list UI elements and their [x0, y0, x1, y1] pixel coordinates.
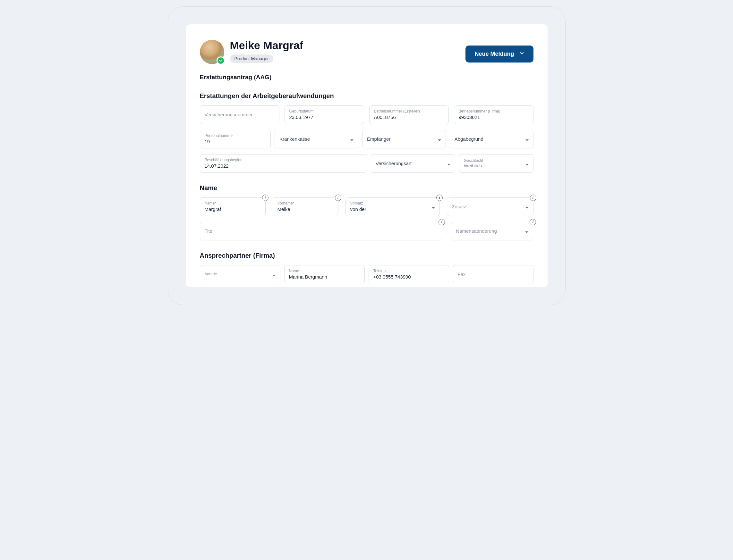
- geburtsdatum-input[interactable]: Geburtsdatum 23.03.1977: [284, 105, 364, 124]
- versicherungsart-label: Versicherungsart: [376, 161, 451, 166]
- vorname-value: Meike: [277, 206, 333, 213]
- section2-heading: Name: [200, 184, 534, 192]
- form-card: Meike Margraf Product Manager Neue Meldu…: [186, 24, 548, 287]
- section2-row1: Name* Margraf i Vorname* Meike i Vorsatz…: [200, 197, 534, 216]
- beschaeftigungsbeginn-input[interactable]: Beschäftigungsbeginn 14.07.2022: [200, 154, 367, 173]
- personalnummer-value: 19: [205, 138, 266, 145]
- section1-row1: Versicherungsnummer Geburtsdatum 23.03.1…: [200, 105, 534, 124]
- info-icon[interactable]: i: [436, 195, 443, 201]
- telefon-label: Telefon: [374, 269, 444, 273]
- neue-meldung-label: Neue Meldung: [475, 51, 514, 57]
- geburtsdatum-value: 23.03.1977: [289, 114, 359, 121]
- beschaeftigungsbeginn-value: 14.07.2022: [205, 163, 362, 169]
- empfaenger-label: Empfänger: [367, 136, 441, 142]
- section1-row3: Beschäftigungsbeginn 14.07.2022 Versiche…: [200, 154, 534, 173]
- info-icon[interactable]: i: [530, 195, 536, 201]
- versicherungsnummer-placeholder: Versicherungsnummer: [205, 112, 274, 117]
- krankenkasse-select[interactable]: Krankenkasse: [274, 130, 358, 148]
- chevron-down-icon: [519, 51, 525, 57]
- name-label: Name*: [205, 201, 261, 205]
- info-icon[interactable]: i: [439, 219, 445, 225]
- beschaeftigungsbeginn-label: Beschäftigungsbeginn: [205, 158, 362, 162]
- geschlecht-select[interactable]: Geschlecht Weiblich: [459, 154, 534, 173]
- header-row: Meike Margraf Product Manager Neue Meldu…: [200, 40, 534, 64]
- abgabegrund-select[interactable]: Abgabegrund: [450, 130, 534, 148]
- krankenkasse-label: Krankenkasse: [279, 136, 353, 142]
- name-input[interactable]: Name* Margraf i: [200, 197, 265, 216]
- person-block: Meike Margraf Product Manager: [200, 40, 303, 64]
- fax-placeholder: Fax: [458, 272, 529, 277]
- geschlecht-label: Geschlecht: [464, 158, 529, 163]
- name-value: Margraf: [205, 206, 261, 213]
- ansprechpartner-name-input[interactable]: Name Marina Bergmann: [284, 265, 365, 284]
- betriebsnummer-firma-label: Betriebsnummer (Firma): [459, 109, 529, 113]
- versicherungsart-select[interactable]: Versicherungsart: [371, 154, 455, 173]
- section1-row2: Personalnummer 19 Krankenkasse Empfänger…: [200, 130, 534, 148]
- betriebsnummer-firma-value: 99303021: [459, 114, 529, 121]
- avatar-wrap: [200, 40, 224, 64]
- betriebsnummer-ersteller-value: A0018756: [374, 114, 444, 121]
- vorname-input[interactable]: Vorname* Meike i: [273, 197, 338, 216]
- vorsatz-select[interactable]: Vorsatz von der i: [345, 197, 440, 216]
- section3-row1: Anrede Name Marina Bergmann Telefon +03 …: [200, 265, 534, 284]
- namensaenderung-label: Namensaenderung: [456, 228, 528, 234]
- zusatz-label: Zusatz: [452, 204, 528, 209]
- ansprechpartner-name-value: Marina Bergmann: [289, 274, 360, 280]
- betriebsnummer-ersteller-input[interactable]: Betriebsnummer (Ersteller) A0018756: [369, 105, 449, 124]
- abgabegrund-label: Abgabegrund: [455, 136, 529, 142]
- zusatz-select[interactable]: Zusatz i: [447, 197, 533, 216]
- ansprechpartner-name-label: Name: [289, 269, 360, 273]
- vorsatz-value: von der: [350, 206, 435, 213]
- titel-placeholder: Titel: [205, 228, 438, 234]
- neue-meldung-button[interactable]: Neue Meldung: [466, 46, 533, 63]
- betriebsnummer-firma-input[interactable]: Betriebsnummer (Firma) 99303021: [454, 105, 534, 124]
- personalnummer-input[interactable]: Personalnummer 19: [200, 130, 271, 148]
- vorname-label: Vorname*: [277, 201, 333, 205]
- anrede-select[interactable]: Anrede: [200, 265, 280, 284]
- info-icon[interactable]: i: [335, 195, 341, 201]
- verified-badge-icon: [216, 56, 225, 65]
- telefon-input[interactable]: Telefon +03 0555 743990: [369, 265, 449, 284]
- empfaenger-select[interactable]: Empfänger: [362, 130, 446, 148]
- page-frame: Meike Margraf Product Manager Neue Meldu…: [168, 6, 566, 305]
- anrede-label: Anrede: [205, 272, 275, 276]
- person-name: Meike Margraf: [230, 40, 303, 51]
- geburtsdatum-label: Geburtsdatum: [289, 109, 359, 113]
- telefon-value: +03 0555 743990: [374, 274, 444, 280]
- info-icon[interactable]: i: [262, 195, 268, 201]
- section2-row2: Titel i Namensaenderung i: [200, 222, 534, 240]
- role-chip: Product Manager: [230, 54, 273, 63]
- personalnummer-label: Personalnummer: [205, 133, 266, 138]
- versicherungsnummer-input[interactable]: Versicherungsnummer: [200, 105, 279, 124]
- info-icon[interactable]: i: [530, 219, 536, 225]
- betriebsnummer-ersteller-label: Betriebsnummer (Ersteller): [374, 109, 444, 113]
- titel-input[interactable]: Titel i: [200, 222, 442, 240]
- geschlecht-value: Weiblich: [464, 163, 529, 168]
- section1-heading: Erstattungen der Arbeitgeberaufwendungen: [200, 92, 534, 100]
- vorsatz-label: Vorsatz: [350, 201, 435, 205]
- form-title: Erstattungsantrag (AAG): [200, 74, 534, 81]
- person-text: Meike Margraf Product Manager: [230, 40, 303, 63]
- section3-heading: Ansprechpartner (Firma): [200, 252, 534, 259]
- fax-input[interactable]: Fax: [453, 265, 534, 284]
- namensaenderung-select[interactable]: Namensaenderung i: [451, 222, 533, 240]
